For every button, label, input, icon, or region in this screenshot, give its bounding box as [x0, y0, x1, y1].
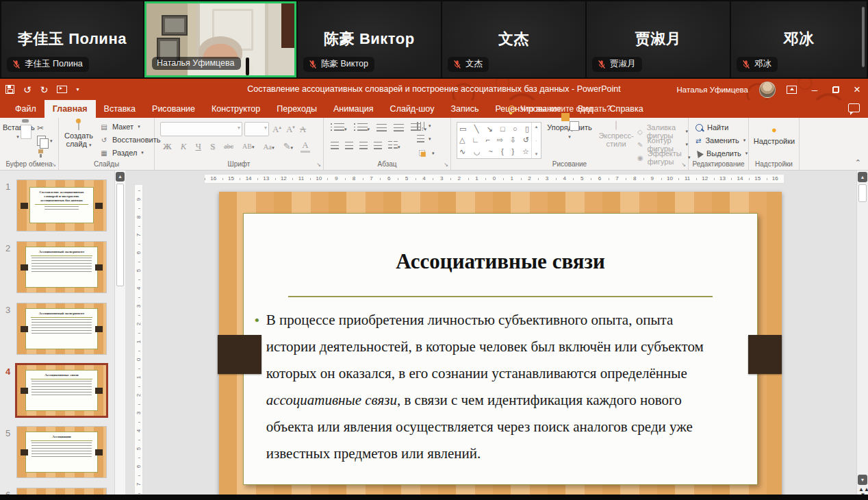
- highlight-color-button[interactable]: ✎▾: [282, 141, 294, 152]
- shape-icon[interactable]: ▭: [459, 124, 466, 134]
- clear-formatting-button[interactable]: А: [298, 124, 307, 135]
- shape-icon[interactable]: ╲: [474, 124, 479, 134]
- slide-thumbnail-4-selected[interactable]: Ассоциативные связи: [17, 365, 106, 416]
- ribbon-tab[interactable]: Запись: [442, 100, 487, 118]
- shapes-gallery-scrollbar[interactable]: ▴ · ▾: [531, 123, 541, 158]
- quick-styles-button[interactable]: Экспресс-стили: [596, 121, 636, 148]
- bullets-button[interactable]: ▾: [331, 123, 347, 132]
- grow-font-button[interactable]: А▴: [271, 124, 283, 135]
- shape-icon[interactable]: ∿: [459, 147, 465, 157]
- dialog-launcher-icon[interactable]: ↘: [444, 162, 448, 168]
- ribbon-tab[interactable]: Вставка: [96, 100, 144, 118]
- dialog-launcher-icon[interactable]: ↘: [51, 162, 56, 168]
- italic-button[interactable]: К: [179, 141, 188, 152]
- slide-thumbnail-5[interactable]: Ассоциации: [17, 427, 106, 477]
- dialog-launcher-icon[interactable]: ↘: [681, 162, 686, 168]
- addins-button[interactable]: ● Надстройки: [749, 125, 800, 145]
- columns-button[interactable]: ▾: [388, 141, 400, 150]
- smartart-button[interactable]: ▾: [417, 148, 435, 159]
- main-scrollbar[interactable]: ▲ ▼ ▲▲ ▼: [856, 171, 868, 495]
- slide-canvas[interactable]: Ассоциативные связи • В процессе приобре…: [219, 192, 782, 495]
- thumbnail-scrollbar[interactable]: ▲: [114, 171, 125, 495]
- find-button[interactable]: Найти: [695, 123, 728, 132]
- section-button[interactable]: ▦Раздел▾: [100, 149, 144, 157]
- copy-button[interactable]: ▾: [37, 136, 53, 146]
- justify-icon[interactable]: [374, 142, 382, 149]
- shapes-gallery[interactable]: ▭╲↘□○▯ △∟⌐⇨⇩↺ ∿◡~{}☆ ▴ · ▾: [457, 122, 541, 159]
- cut-button[interactable]: ✂: [37, 123, 44, 133]
- participant-tile-video[interactable]: Наталья Уфимцева: [144, 1, 296, 77]
- new-slide-button[interactable]: Создать слайд ▾: [62, 121, 96, 149]
- shrink-font-button[interactable]: А▾: [285, 124, 296, 135]
- participant-tile[interactable]: 陈豪 Виктор 陈豪 Виктор: [298, 1, 441, 77]
- scroll-up-button[interactable]: ▲: [858, 172, 867, 182]
- paste-button[interactable]: Вставить▾: [3, 121, 33, 141]
- ribbon-tab[interactable]: Конструктор: [203, 100, 268, 118]
- ribbon-tab[interactable]: Файл: [7, 100, 44, 118]
- ribbon-tab[interactable]: Переходы: [268, 100, 325, 118]
- slide-content-card[interactable]: Ассоциативные связи • В процессе приобре…: [243, 213, 758, 485]
- dialog-launcher-icon[interactable]: ↘: [316, 162, 321, 168]
- ribbon-tab[interactable]: Слайд-шоу: [382, 100, 443, 118]
- participant-tile[interactable]: 文杰 文杰: [442, 1, 585, 77]
- shape-icon[interactable]: }: [512, 147, 515, 157]
- shape-icon[interactable]: ⌐: [486, 135, 490, 145]
- font-color-button[interactable]: А: [301, 140, 309, 153]
- underline-button[interactable]: Ч: [194, 141, 203, 152]
- shape-icon[interactable]: {: [501, 147, 504, 157]
- change-case-button[interactable]: Аа▾: [262, 142, 276, 151]
- scroll-down-button[interactable]: ▼: [858, 475, 867, 485]
- select-button[interactable]: Выделить▾: [695, 149, 748, 158]
- format-painter-button[interactable]: [37, 149, 45, 158]
- replace-button[interactable]: ⇄Заменить▾: [695, 136, 745, 145]
- text-direction-button[interactable]: ▾: [417, 122, 431, 129]
- align-right-icon[interactable]: [359, 142, 368, 149]
- ribbon-tab[interactable]: Главная: [44, 100, 96, 118]
- restore-button[interactable]: [832, 86, 839, 93]
- vertical-ruler[interactable]: 987654321012345678: [134, 184, 143, 495]
- slide-thumbnail-1[interactable]: Составление ассоциативных словарей и пос…: [17, 180, 106, 231]
- shape-icon[interactable]: ▯: [525, 124, 529, 134]
- shape-icon[interactable]: ∟: [472, 135, 479, 145]
- slide-thumbnail-6[interactable]: [17, 488, 106, 495]
- bold-button[interactable]: Ж: [162, 141, 173, 152]
- shape-icon[interactable]: ↺: [523, 135, 529, 145]
- ribbon-display-options-icon[interactable]: [787, 86, 797, 94]
- comments-icon[interactable]: [848, 103, 860, 112]
- slide-title[interactable]: Ассоциативные связи: [244, 249, 757, 274]
- decrease-indent-icon[interactable]: [376, 124, 387, 132]
- layout-button[interactable]: ▤Макет▾: [100, 123, 140, 131]
- close-button[interactable]: ×: [850, 84, 864, 95]
- scrollbar-thumb[interactable]: [858, 184, 867, 202]
- numbering-button[interactable]: ▾: [354, 123, 370, 132]
- strip-scrollbar[interactable]: [862, 7, 865, 67]
- tell-me-box[interactable]: Что вы хотите сделать?: [508, 100, 611, 118]
- align-left-icon[interactable]: [331, 142, 339, 149]
- font-size-combo[interactable]: [244, 122, 269, 136]
- slide-thumbnail-2[interactable]: Ассоциативный эксперимент: [17, 242, 106, 292]
- reset-button[interactable]: ↺Восстановить: [100, 136, 160, 144]
- shape-icon[interactable]: ○: [513, 124, 518, 134]
- shape-icon[interactable]: ◡: [474, 147, 481, 157]
- character-spacing-button[interactable]: АВ▾: [241, 142, 255, 150]
- slide-thumbnail-3[interactable]: Ассоциативный эксперимент: [17, 303, 106, 354]
- shape-icon[interactable]: □: [500, 124, 505, 134]
- horizontal-ruler[interactable]: 1615141312111098765432101234567891011121…: [204, 174, 784, 184]
- arrange-button[interactable]: Упорядочить▾: [544, 121, 595, 141]
- user-avatar[interactable]: [759, 82, 776, 98]
- ribbon-tab[interactable]: Анимация: [325, 100, 382, 118]
- scroll-up-button[interactable]: ▲: [116, 172, 125, 182]
- scrollbar-thumb[interactable]: [116, 184, 124, 286]
- signed-in-user[interactable]: Наталья Уфимцева: [677, 86, 748, 94]
- align-text-button[interactable]: ▾: [417, 135, 431, 142]
- shape-icon[interactable]: △: [459, 135, 465, 145]
- shape-icon[interactable]: ⇨: [497, 135, 503, 145]
- slide-body[interactable]: • В процессе приобретения личностью субъ…: [255, 307, 717, 467]
- shape-icon[interactable]: ☆: [522, 147, 529, 157]
- minimize-button[interactable]: –: [808, 84, 821, 95]
- participant-tile[interactable]: 贾淑月 贾淑月: [587, 1, 730, 77]
- participant-tile[interactable]: 邓冰 邓冰: [731, 1, 867, 77]
- align-center-icon[interactable]: [345, 142, 353, 149]
- strikethrough-button[interactable]: abc: [222, 142, 235, 150]
- participant-tile[interactable]: 李佳玉 Полина 李佳玉 Полина: [1, 1, 143, 77]
